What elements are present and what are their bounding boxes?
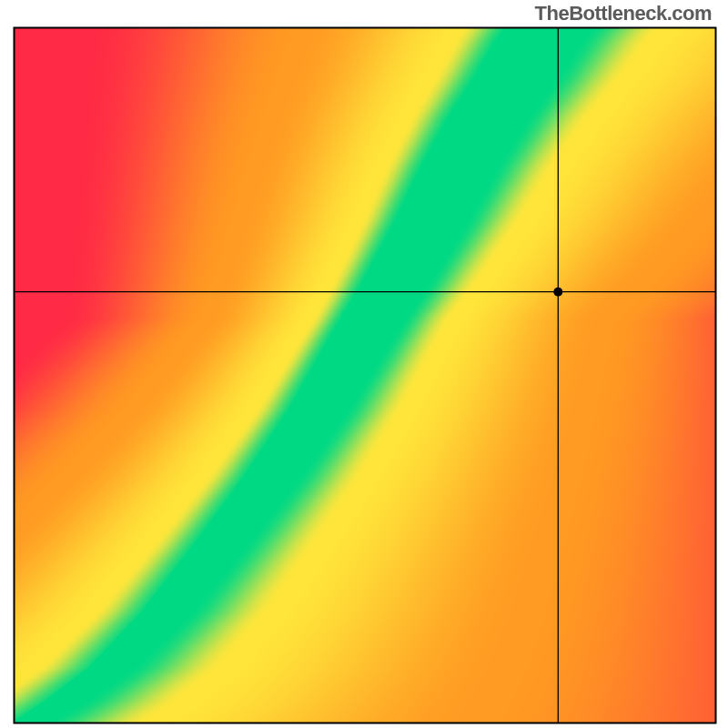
chart-container: TheBottleneck.com	[0, 0, 728, 728]
watermark-text: TheBottleneck.com	[535, 2, 712, 25]
bottleneck-heatmap	[0, 0, 728, 728]
